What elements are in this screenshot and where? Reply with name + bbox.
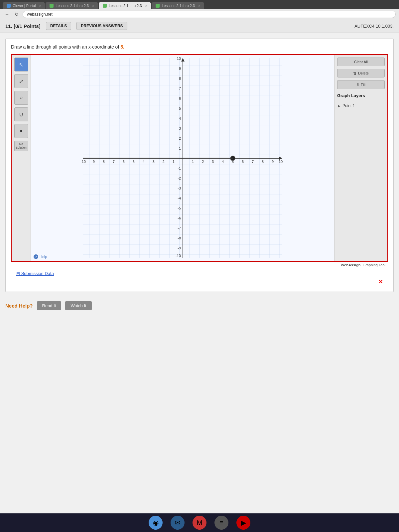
watch-it-button[interactable]: Watch It [65,301,91,310]
tab-bar: Clever | Portal × Lessons 2.1 thru 2.3 ×… [0,2,399,9]
address-bar[interactable]: webassign.net [23,11,396,18]
tab-lessons2-active[interactable]: Lessons 2.1 thru 2.3 × [99,2,151,9]
taskbar-chrome-icon[interactable]: ◉ [149,516,163,530]
svg-text:-5: -5 [131,160,135,164]
svg-text:-7: -7 [178,226,181,230]
clear-all-button[interactable]: Clear All [337,58,385,66]
address-bar-row: ← ↻ webassign.net [0,9,399,19]
svg-text:-10: -10 [176,254,181,258]
svg-text:-3: -3 [178,186,181,190]
svg-text:-8: -8 [101,160,105,164]
svg-text:-2: -2 [161,160,165,164]
tab-clever[interactable]: Clever | Portal × [3,2,45,9]
svg-text:-6: -6 [121,160,125,164]
trash-icon: 🗑 [353,71,357,75]
svg-text:-7: -7 [111,160,115,164]
taskbar-gmail-icon[interactable]: M [193,516,206,530]
svg-text:-8: -8 [178,236,181,240]
svg-text:10: 10 [177,57,181,61]
layer-expand-icon: ▶ [338,104,340,108]
select-tool[interactable]: ↖ [14,58,28,71]
need-help-bar: Need Help? Read It Watch It [0,297,399,314]
details-button[interactable]: DETAILS [46,22,71,30]
previous-answers-button[interactable]: PREVIOUS ANSWERS [76,22,127,30]
tab-favicon-lessons2 [103,4,107,8]
graph-layers-label: Graph Layers [337,92,385,99]
svg-text:4: 4 [222,160,224,164]
graph-toolbar: ↖ ⤢ ○ ∪ • NoSolution [12,55,31,261]
svg-text:2: 2 [202,160,204,164]
tab-close-lessons1[interactable]: × [92,4,94,8]
tab-favicon-lessons1 [50,4,54,8]
svg-text:5: 5 [179,106,181,110]
help-icon: ? [34,254,38,259]
tab-lessons1[interactable]: Lessons 2.1 thru 2.3 × [46,2,98,9]
tab-close-lessons3[interactable]: × [198,4,200,8]
svg-text:3: 3 [212,160,214,164]
read-it-button[interactable]: Read It [37,301,62,310]
circle-tool[interactable]: ○ [14,91,28,105]
reload-button[interactable]: ↻ [13,11,20,18]
svg-text:-3: -3 [151,160,155,164]
svg-text:10: 10 [279,160,283,164]
svg-text:-1: -1 [178,166,181,170]
expand-icon: ⊞ [16,271,20,276]
problem-number: 11. [0/1 Points] [5,23,41,29]
problem-code: AUFEXC4 10.1.003. [354,24,394,29]
back-button[interactable]: ← [3,11,11,18]
svg-text:3: 3 [179,126,181,130]
svg-text:4: 4 [179,116,181,120]
taskbar: ◉ ✉ M ≡ ▶ [0,513,399,532]
taskbar-youtube-icon[interactable]: ▶ [236,516,250,530]
help-link[interactable]: ? Help [34,254,47,259]
submission-data-link[interactable]: ⊞ Submission Data [16,271,383,276]
webassign-brand: WebAssign [341,263,361,267]
svg-text:-2: -2 [178,176,181,180]
fill-button[interactable]: ⬇ Fill [337,80,385,89]
svg-text:-1: -1 [171,160,175,164]
close-button[interactable]: ✕ [16,279,383,285]
curve-tool[interactable]: ∪ [14,107,28,121]
tab-close-lessons2[interactable]: × [145,4,147,8]
need-help-label: Need Help? [5,303,33,309]
browser-chrome: Clever | Portal × Lessons 2.1 thru 2.3 ×… [0,0,399,19]
tab-favicon-clever [7,4,11,8]
svg-text:1: 1 [179,146,181,150]
no-solution-button[interactable]: NoSolution [14,141,28,151]
svg-text:8: 8 [179,76,181,80]
taskbar-phone-icon[interactable]: ✉ [171,516,185,530]
graph-area[interactable]: -10 -9 -8 -7 -6 -5 -4 -3 -2 -1 1 2 3 4 [31,55,334,261]
taskbar-docs-icon[interactable]: ≡ [214,516,228,530]
problem-header: 11. [0/1 Points] DETAILS PREVIOUS ANSWER… [0,19,399,33]
svg-text:-4: -4 [141,160,145,164]
problem-instruction: Draw a line through all points with an x… [11,44,388,50]
svg-text:9: 9 [272,160,274,164]
move-tool[interactable]: ⤢ [14,74,28,88]
svg-text:-9: -9 [91,160,95,164]
graph-container: ↖ ⤢ ○ ∪ • NoSolution [11,54,388,262]
webassign-credit: WebAssign. Graphing Tool [11,262,388,268]
right-panel: Clear All 🗑 Delete ⬇ Fill Graph Layers ▶… [334,55,387,261]
svg-text:-10: -10 [80,160,86,164]
delete-button[interactable]: 🗑 Delete [337,69,385,77]
tab-lessons3[interactable]: Lessons 2.1 thru 2.3 × [152,2,204,9]
fill-icon: ⬇ [356,82,359,87]
point-tool[interactable]: • [14,124,28,138]
tab-close-clever[interactable]: × [39,4,41,8]
svg-text:-4: -4 [178,196,181,200]
svg-text:8: 8 [262,160,264,164]
svg-text:7: 7 [179,86,181,90]
tab-favicon-lessons3 [156,4,160,8]
svg-text:9: 9 [179,66,181,70]
svg-text:-6: -6 [178,216,181,220]
svg-text:7: 7 [252,160,254,164]
graph-svg: -10 -9 -8 -7 -6 -5 -4 -3 -2 -1 1 2 3 4 [31,55,334,261]
page-content: 11. [0/1 Points] DETAILS PREVIOUS ANSWER… [0,19,399,518]
layer-item-point1[interactable]: ▶ Point 1 [337,102,385,109]
svg-text:-5: -5 [178,206,181,210]
svg-text:1: 1 [192,160,194,164]
svg-text:6: 6 [179,96,181,100]
svg-marker-43 [181,58,185,62]
svg-text:6: 6 [242,160,244,164]
problem-area: Draw a line through all points with an x… [5,39,394,292]
